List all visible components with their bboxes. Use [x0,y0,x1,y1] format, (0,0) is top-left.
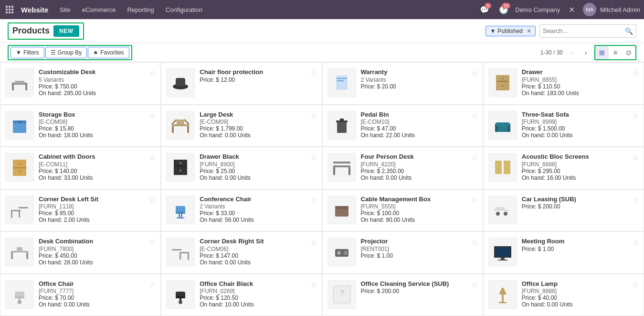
product-card[interactable]: Corner Desk Right Sit [E-COM06] Price: $… [161,231,322,274]
view-controls-wrap: ⊞ ≡ ⊙ [594,45,636,60]
product-card[interactable]: Chair floor protection Price: $ 12.00 ☆ [161,62,322,105]
favorite-star[interactable]: ☆ [471,111,478,120]
product-code: [FURN_8900] [200,161,305,168]
favorite-star[interactable]: ☆ [310,280,317,289]
svg-rect-58 [179,214,180,218]
product-card[interactable]: Cabinet with Doors [E-COM11] Price: $ 14… [0,147,161,189]
product-image [488,111,517,140]
product-info: Customizable Desk 5 Variants Price: $ 75… [39,68,144,97]
product-card[interactable]: Office Chair Black [FURN_0269] Price: $ … [161,274,322,316]
product-name: Three-Seat Sofa [522,111,627,119]
product-card[interactable]: Corner Desk Left Sit [FURN_1118] Price: … [0,189,161,232]
product-code: [E-COM10] [361,119,466,125]
favorite-star[interactable]: ☆ [310,238,317,247]
messages-icon-btn[interactable]: 💬 5 [477,2,492,17]
search-input[interactable] [543,27,623,34]
favorite-star[interactable]: ☆ [632,196,639,205]
product-image [327,196,356,224]
filters-button[interactable]: ▼ Filters [11,47,44,58]
product-name: Pedal Bin [361,111,466,119]
favorite-star[interactable]: ☆ [310,111,317,120]
product-image [166,238,195,266]
menu-ecommerce[interactable]: eCommerce [76,0,122,19]
product-card[interactable]: Projector [RENT001] Price: $ 1.00 ☆ [322,231,483,274]
search-icon[interactable]: 🔍 [625,27,633,35]
product-price: Price: $ 12.00 [200,76,305,83]
favorite-star[interactable]: ☆ [149,68,156,77]
product-card[interactable]: Storage Box [E-COM08] Price: $ 15.80 On … [0,105,161,147]
product-card[interactable]: Large Desk [E-COM09] Price: $ 1,799.00 O… [161,105,322,147]
settings-view-button[interactable]: ⊙ [622,46,635,59]
product-code: [E-COM11] [39,161,144,168]
favorite-star[interactable]: ☆ [471,196,478,205]
new-button[interactable]: NEW [53,25,79,37]
favorite-star[interactable]: ☆ [632,111,639,120]
product-code: [FURN_7777] [39,288,144,294]
list-view-button[interactable]: ≡ [609,46,622,59]
product-name: Projector [361,238,466,246]
product-card[interactable]: Desk Combination [FURN_7800] Price: $ 45… [0,231,161,274]
product-card[interactable]: Meeting Room Price: $ 1.00 ☆ [483,231,644,274]
menu-site[interactable]: Site [54,0,76,19]
product-card[interactable]: Drawer [FURN_8855] Price: $ 110.50 On ha… [483,62,644,105]
company-name: Demo Company [515,6,560,13]
funnel-icon: ▼ [490,28,496,34]
topbar-brand[interactable]: Website [19,6,50,14]
menu-reporting[interactable]: Reporting [121,0,159,19]
published-filter-tag[interactable]: ▼ Published ✕ [486,26,536,36]
favorite-star[interactable]: ☆ [632,238,639,247]
favorite-star[interactable]: ☆ [310,153,317,162]
avatar[interactable]: MA [583,3,596,16]
next-page-button[interactable]: › [580,47,591,58]
svg-rect-49 [333,162,350,163]
favorite-star[interactable]: ☆ [471,68,478,77]
product-card[interactable]: Acoustic Bloc Screens [FURN_6666] Price:… [483,147,644,189]
product-card[interactable]: Four Person Desk [FURN_8220] Price: $ 2,… [322,147,483,189]
product-price: Price: $ 20.00 [361,83,466,90]
product-card[interactable]: ? Office Cleaning Service (SUB) Price: $… [322,274,483,316]
favorite-star[interactable]: ☆ [149,111,156,120]
product-card[interactable]: Warranty 2 Variants Price: $ 20.00 ☆ [322,62,483,105]
tools-icon[interactable]: ✕ [564,2,579,17]
product-card[interactable]: Drawer Black [FURN_8900] Price: $ 25.00 … [161,147,322,189]
product-info: Cable Management Box [FURN_5555] Price: … [361,196,466,224]
product-name: Office Chair [39,280,144,288]
activity-icon-btn[interactable]: 🕐 25 [496,2,511,17]
product-price: Price: $ 200.00 [361,288,466,294]
groupby-button[interactable]: ☰ Group By [45,47,87,58]
favorite-star[interactable]: ☆ [149,280,156,289]
product-onhand: On hand: 28.00 Units [39,259,144,266]
favorite-star[interactable]: ☆ [632,153,639,162]
favorite-star[interactable]: ☆ [310,196,317,205]
product-image [488,280,517,309]
kanban-view-button[interactable]: ⊞ [595,46,609,59]
favorite-star[interactable]: ☆ [471,280,478,289]
product-price: Price: $ 750.00 [39,83,144,90]
filter-remove-icon[interactable]: ✕ [527,28,531,34]
product-info: Acoustic Bloc Screens [FURN_6666] Price:… [522,153,627,181]
favorite-star[interactable]: ☆ [149,153,156,162]
favorites-button[interactable]: ★ Favorites [88,47,129,58]
product-card[interactable]: Three-Seat Sofa [FURN_8999] Price: $ 1,5… [483,105,644,147]
product-card[interactable]: Car Leasing (SUB) Price: $ 200.00 ☆ [483,189,644,232]
product-card[interactable]: Customizable Desk 5 Variants Price: $ 75… [0,62,161,105]
favorite-star[interactable]: ☆ [149,238,156,247]
product-image [5,280,34,309]
favorite-star[interactable]: ☆ [632,280,639,289]
product-card[interactable]: Office Chair [FURN_7777] Price: $ 70.00 … [0,274,161,316]
apps-icon[interactable] [4,4,15,15]
product-card[interactable]: Office Lamp [FURN_8888] Price: $ 40.00 O… [483,274,644,316]
favorite-star[interactable]: ☆ [471,153,478,162]
favorite-star[interactable]: ☆ [149,196,156,205]
product-card[interactable]: Conference Chair 2 Variants Price: $ 33.… [161,189,322,232]
prev-page-button[interactable]: ‹ [566,47,577,58]
favorite-star[interactable]: ☆ [632,68,639,77]
favorite-star[interactable]: ☆ [310,68,317,77]
product-name: Corner Desk Right Sit [200,238,305,246]
product-card[interactable]: Cable Management Box [FURN_5555] Price: … [322,189,483,232]
svg-rect-61 [335,208,348,217]
menu-configuration[interactable]: Configuration [160,0,208,19]
favorite-star[interactable]: ☆ [471,238,478,247]
product-name: Cabinet with Doors [39,153,144,161]
product-card[interactable]: Pedal Bin [E-COM10] Price: $ 47.00 On ha… [322,105,483,147]
